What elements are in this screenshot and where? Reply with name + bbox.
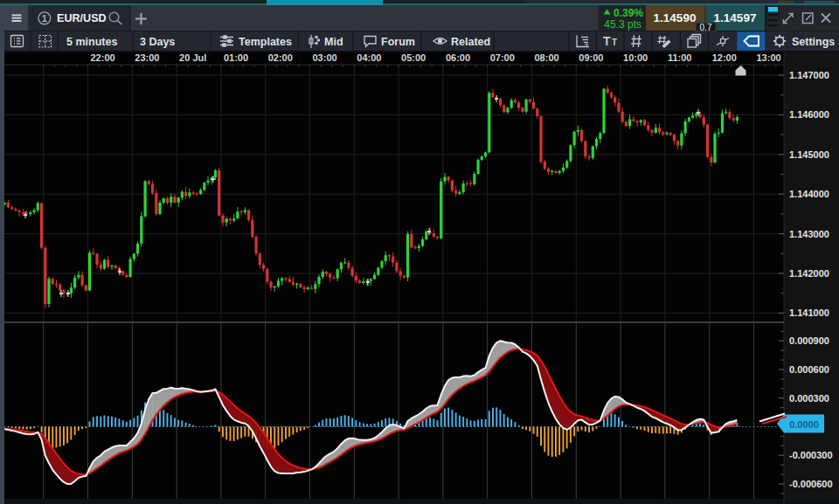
svg-text:Related: Related xyxy=(451,36,490,48)
svg-text:22:00: 22:00 xyxy=(91,52,115,63)
svg-text:1.14597: 1.14597 xyxy=(714,11,757,24)
svg-text:1.14590: 1.14590 xyxy=(654,11,697,24)
svg-text:06:00: 06:00 xyxy=(446,52,470,63)
svg-text:Forum: Forum xyxy=(381,36,415,48)
svg-text:12:00: 12:00 xyxy=(712,52,737,63)
svg-text:20 Jul: 20 Jul xyxy=(179,52,206,63)
svg-text:1.143000: 1.143000 xyxy=(789,229,829,239)
svg-text:T: T xyxy=(603,34,611,48)
svg-text:09:00: 09:00 xyxy=(579,52,603,63)
svg-text:EUR/USD: EUR/USD xyxy=(57,12,107,24)
svg-text:5 minutes: 5 minutes xyxy=(66,36,117,48)
svg-text:1.144000: 1.144000 xyxy=(789,189,829,199)
svg-text:11:00: 11:00 xyxy=(668,52,692,63)
svg-text:07:00: 07:00 xyxy=(490,52,515,63)
svg-text:1: 1 xyxy=(42,13,47,24)
svg-text:-0.000300: -0.000300 xyxy=(789,450,833,460)
svg-text:1.145000: 1.145000 xyxy=(789,149,829,160)
svg-text:03:00: 03:00 xyxy=(313,52,337,63)
svg-text:0.0000: 0.0000 xyxy=(789,419,819,430)
svg-text:45.3 pts: 45.3 pts xyxy=(604,18,641,31)
svg-text:05:00: 05:00 xyxy=(401,52,426,63)
svg-text:13:00: 13:00 xyxy=(757,52,781,63)
svg-text:1.142000: 1.142000 xyxy=(789,268,829,279)
svg-text:Settings: Settings xyxy=(792,36,835,48)
svg-text:T: T xyxy=(612,38,617,47)
svg-text:01:00: 01:00 xyxy=(224,52,248,63)
svg-text:0.000600: 0.000600 xyxy=(789,364,829,375)
svg-text:08:00: 08:00 xyxy=(535,52,559,63)
svg-text:1.141000: 1.141000 xyxy=(789,307,829,318)
svg-text:0.000900: 0.000900 xyxy=(789,335,829,346)
svg-text:04:00: 04:00 xyxy=(357,52,381,63)
svg-text:Templates: Templates xyxy=(239,36,292,48)
svg-text:Mid: Mid xyxy=(324,36,343,48)
svg-text:0.7: 0.7 xyxy=(700,23,712,32)
svg-text:0.000300: 0.000300 xyxy=(789,393,829,404)
svg-text:-0.000600: -0.000600 xyxy=(789,479,833,489)
svg-text:1.146000: 1.146000 xyxy=(789,109,829,120)
svg-text:3 Days: 3 Days xyxy=(140,36,175,48)
svg-text:23:00: 23:00 xyxy=(135,52,159,63)
svg-text:02:00: 02:00 xyxy=(268,52,293,63)
svg-text:10:00: 10:00 xyxy=(623,52,648,63)
svg-text:1.147000: 1.147000 xyxy=(789,70,829,80)
